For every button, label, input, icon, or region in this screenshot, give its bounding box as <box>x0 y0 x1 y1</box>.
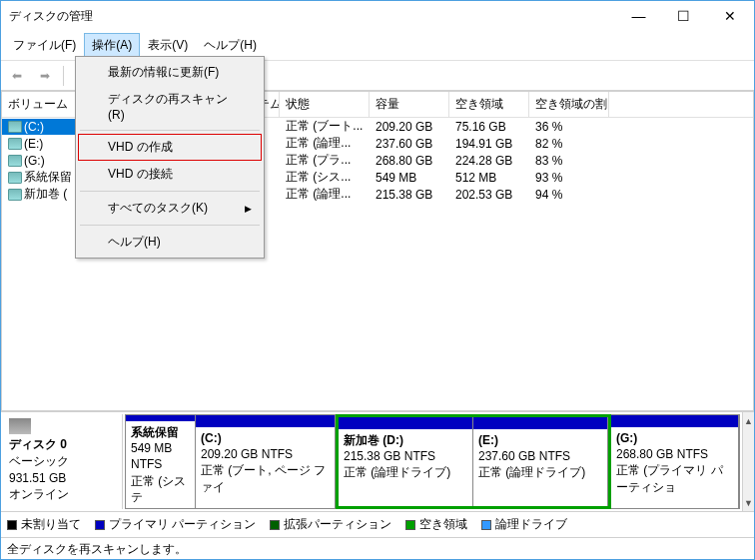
maximize-button[interactable]: ☐ <box>661 1 706 31</box>
partition-status: 正常 (ブート, ページ ファイ <box>201 462 330 494</box>
partition-status: 正常 (論理ドライブ) <box>344 464 467 480</box>
legend-free: 空き領域 <box>405 516 467 533</box>
disk-size: 931.51 GB <box>9 470 116 487</box>
partition[interactable]: (E:)237.60 GB NTFS正常 (論理ドライブ) <box>473 417 608 506</box>
legend: 未割り当て プライマリ パーティション 拡張パーティション 空き領域 論理ドライ… <box>1 511 754 537</box>
partition-color-bar <box>339 417 472 429</box>
partition-title: (E:) <box>478 432 602 448</box>
window-title: ディスクの管理 <box>9 8 616 25</box>
forward-button[interactable]: ➡ <box>33 65 57 87</box>
partition-color-bar <box>196 415 335 427</box>
action-menu-dropdown: 最新の情報に更新(F) ディスクの再スキャン(R) VHD の作成 VHD の接… <box>75 56 265 259</box>
scroll-down-icon[interactable]: ▼ <box>743 494 754 511</box>
legend-logical: 論理ドライブ <box>481 516 567 533</box>
vertical-scrollbar[interactable]: ▲ ▼ <box>742 412 754 511</box>
partition[interactable]: (C:)209.20 GB NTFS正常 (ブート, ページ ファイ <box>196 415 336 508</box>
legend-extended: 拡張パーティション <box>270 516 391 533</box>
partition-title: (G:) <box>616 430 733 446</box>
arrow-right-icon: ➡ <box>40 69 50 83</box>
partition-title: (C:) <box>201 430 330 446</box>
menu-all-tasks[interactable]: すべてのタスク(K) ▶ <box>78 195 262 222</box>
partition-size: 237.60 GB NTFS <box>478 448 602 464</box>
partition[interactable]: (G:)268.80 GB NTFS正常 (プライマリ パーティショ <box>611 415 739 508</box>
minimize-button[interactable]: — <box>616 1 661 31</box>
legend-primary: プライマリ パーティション <box>95 516 256 533</box>
menu-view[interactable]: 表示(V) <box>140 33 196 58</box>
volume-icon <box>8 189 22 201</box>
menu-attach-vhd[interactable]: VHD の接続 <box>78 161 262 188</box>
partition-status: 正常 (プライマリ パーティショ <box>616 462 733 494</box>
close-button[interactable]: ✕ <box>706 1 754 31</box>
partition-map: 系統保留549 MB NTFS正常 (システ(C:)209.20 GB NTFS… <box>125 414 740 509</box>
titlebar[interactable]: ディスクの管理 — ☐ ✕ <box>1 1 754 31</box>
menu-refresh[interactable]: 最新の情報に更新(F) <box>78 59 262 86</box>
menu-help-item[interactable]: ヘルプ(H) <box>78 229 262 256</box>
col-status[interactable]: 状態 <box>280 92 370 117</box>
menu-help[interactable]: ヘルプ(H) <box>196 33 265 58</box>
disk-type: ベーシック <box>9 453 116 470</box>
disk-info[interactable]: ディスク 0 ベーシック 931.51 GB オンライン <box>3 414 123 509</box>
arrow-left-icon: ⬅ <box>12 69 22 83</box>
legend-unallocated: 未割り当て <box>7 516 81 533</box>
col-free[interactable]: 空き領域 <box>449 92 529 117</box>
partition-size: 549 MB NTFS <box>131 440 190 472</box>
disk-name: ディスク 0 <box>9 436 116 453</box>
partition-size: 215.38 GB NTFS <box>344 448 467 464</box>
partition-status: 正常 (システ <box>131 473 190 505</box>
volume-icon <box>8 138 22 150</box>
partition-size: 209.20 GB NTFS <box>201 446 330 462</box>
volume-icon <box>8 172 22 184</box>
volume-icon <box>8 121 22 133</box>
col-freepct[interactable]: 空き領域の割... <box>529 92 609 117</box>
scroll-up-icon[interactable]: ▲ <box>743 412 754 429</box>
menu-divider <box>80 191 260 192</box>
back-button[interactable]: ⬅ <box>5 65 29 87</box>
partition-status: 正常 (論理ドライブ) <box>478 464 602 480</box>
menu-rescan[interactable]: ディスクの再スキャン(R) <box>78 86 262 127</box>
volume-icon <box>8 155 22 167</box>
partition-color-bar <box>126 415 195 421</box>
partition-title: 新加巻 (D:) <box>344 432 467 448</box>
col-capacity[interactable]: 容量 <box>370 92 449 117</box>
status-text: 全ディスクを再スキャンします。 <box>7 542 187 556</box>
menu-create-vhd[interactable]: VHD の作成 <box>78 134 262 161</box>
disk-graphic-pane: ディスク 0 ベーシック 931.51 GB オンライン 系統保留549 MB … <box>1 411 754 511</box>
disk-state: オンライン <box>9 486 116 503</box>
partition-size: 268.80 GB NTFS <box>616 446 733 462</box>
menu-divider <box>80 225 260 226</box>
toolbar-separator <box>63 66 64 86</box>
partition-color-bar <box>473 417 607 429</box>
menu-file[interactable]: ファイル(F) <box>5 33 84 58</box>
chevron-right-icon: ▶ <box>245 204 252 214</box>
window-controls: — ☐ ✕ <box>616 1 754 31</box>
disk-management-window: ディスクの管理 — ☐ ✕ ファイル(F) 操作(A) 表示(V) ヘルプ(H)… <box>0 0 755 560</box>
partition-title: 系統保留 <box>131 424 190 440</box>
disk-icon <box>9 418 31 434</box>
menu-action[interactable]: 操作(A) <box>84 33 140 58</box>
partition[interactable]: 系統保留549 MB NTFS正常 (システ <box>126 415 196 508</box>
statusbar: 全ディスクを再スキャンします。 <box>1 537 754 559</box>
partition-color-bar <box>611 415 738 427</box>
menu-divider <box>80 130 260 131</box>
partition[interactable]: 新加巻 (D:)215.38 GB NTFS正常 (論理ドライブ) <box>339 417 473 506</box>
